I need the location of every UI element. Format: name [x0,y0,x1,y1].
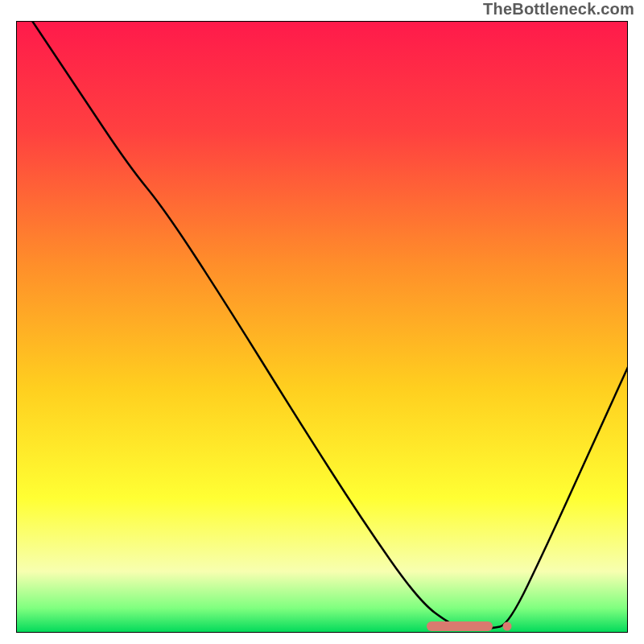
plot-area [16,21,628,633]
watermark-text: TheBottleneck.com [483,0,634,19]
chart-svg [16,21,628,633]
gradient-background [16,21,628,633]
optimal-range-marker [427,621,493,631]
chart-frame: TheBottleneck.com [0,0,644,644]
optimal-point-marker [503,622,512,631]
